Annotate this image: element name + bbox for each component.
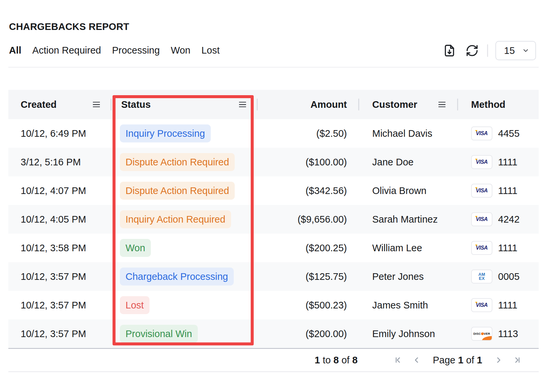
customer-cell: Olivia Brown	[359, 176, 457, 205]
table-body: 10/12, 6:49 PM Inquiry Processing ($2.50…	[8, 119, 539, 348]
customer-cell: Jane Doe	[359, 148, 457, 176]
method-cell: VISA 4242	[457, 205, 539, 234]
results-range: 1 to 8 of 8	[315, 355, 358, 366]
column-menu-icon[interactable]	[93, 102, 100, 107]
created-cell: 10/12, 3:57 PM	[8, 319, 111, 348]
table-row[interactable]: 10/12, 3:57 PM Lost ($500.23) James Smit…	[8, 291, 539, 319]
chargebacks-table: Created Status Amount Customer Method 10…	[8, 90, 539, 348]
chevron-right-icon	[494, 356, 503, 365]
column-menu-icon[interactable]	[239, 102, 246, 107]
status-badge: Lost	[120, 296, 149, 314]
status-badge: Provisional Win	[120, 325, 198, 343]
filter-tab[interactable]: Won	[171, 45, 190, 56]
range-from: 1	[315, 355, 320, 365]
toolbar-divider	[487, 44, 488, 57]
total-pages: 1	[477, 355, 482, 365]
status-cell: Inquiry Processing	[111, 119, 257, 148]
card-brand-logo: VISA	[471, 184, 492, 198]
method-cell: VISA 1111	[457, 234, 539, 262]
customer-cell: Emily Johnson	[359, 319, 457, 348]
next-page-button[interactable]	[493, 355, 503, 365]
amount-cell: ($342.56)	[257, 176, 359, 205]
status-cell: Chargeback Processing	[111, 262, 257, 291]
status-badge: Dispute Action Required	[120, 153, 235, 171]
method-cell: VISA 1111	[457, 148, 539, 176]
card-last4: 1111	[498, 157, 517, 168]
column-label: Amount	[310, 99, 347, 110]
created-cell: 10/12, 4:07 PM	[8, 176, 111, 205]
file-download-icon	[442, 44, 456, 58]
first-page-button[interactable]	[393, 355, 403, 365]
amount-cell: ($9,656.00)	[257, 205, 359, 234]
column-header-customer: Customer	[359, 90, 457, 119]
amount-cell: ($200.00)	[257, 319, 359, 348]
range-total: 8	[352, 355, 358, 365]
status-cell: Dispute Action Required	[111, 148, 257, 176]
created-cell: 10/12, 3:57 PM	[8, 262, 111, 291]
table-row[interactable]: 3/12, 5:16 PM Dispute Action Required ($…	[8, 148, 539, 176]
toolbar: 15	[442, 41, 536, 61]
card-last4: 4455	[498, 128, 520, 139]
table-row[interactable]: 10/12, 3:58 PM Won ($200.25) William Lee…	[8, 234, 539, 262]
card-brand-logo: AMEX	[471, 270, 492, 284]
method-cell: AMEX 0005	[457, 262, 539, 291]
table-header-row: Created Status Amount Customer Method	[8, 90, 539, 119]
download-report-button[interactable]	[442, 43, 457, 58]
status-badge: Chargeback Processing	[120, 268, 234, 286]
chevron-left-icon	[412, 356, 421, 365]
filter-tab[interactable]: Processing	[112, 45, 159, 56]
status-cell: Won	[111, 234, 257, 262]
amount-cell: ($100.00)	[257, 148, 359, 176]
table-row[interactable]: 10/12, 4:05 PM Inquiry Action Required (…	[8, 205, 539, 234]
column-header-status: Status	[111, 90, 257, 119]
table-row[interactable]: 10/12, 3:57 PM Provisional Win ($200.00)…	[8, 319, 539, 348]
column-menu-icon[interactable]	[438, 102, 445, 107]
table-row[interactable]: 10/12, 4:07 PM Dispute Action Required (…	[8, 176, 539, 205]
status-badge: Inquiry Action Required	[120, 210, 231, 228]
amount-cell: ($200.25)	[257, 234, 359, 262]
customer-cell: Sarah Martinez	[359, 205, 457, 234]
card-brand-logo: DISCVER	[471, 327, 492, 341]
amount-cell: ($500.23)	[257, 291, 359, 319]
card-brand-logo: VISA	[471, 298, 492, 312]
status-cell: Provisional Win	[111, 319, 257, 348]
customer-cell: Michael Davis	[359, 119, 457, 148]
status-badge: Dispute Action Required	[120, 182, 235, 200]
prev-page-button[interactable]	[412, 355, 421, 365]
pagination-controls: Page 1 of 1	[393, 355, 522, 366]
created-cell: 3/12, 5:16 PM	[8, 148, 111, 176]
card-brand-logo: VISA	[471, 241, 492, 255]
filter-tab[interactable]: Action Required	[32, 45, 101, 56]
filter-tab[interactable]: Lost	[201, 45, 220, 56]
created-cell: 10/12, 6:49 PM	[8, 119, 111, 148]
pagination-bar: 1 to 8 of 8 Page 1 of 1	[8, 348, 539, 372]
last-page-button[interactable]	[512, 355, 522, 365]
column-header-amount: Amount	[257, 90, 359, 119]
method-cell: VISA 1111	[457, 291, 539, 319]
range-to: 8	[333, 355, 339, 365]
card-last4: 1113	[498, 328, 518, 339]
column-label: Created	[21, 99, 57, 110]
column-label: Method	[471, 99, 505, 110]
refresh-icon	[465, 44, 479, 58]
card-brand-logo: VISA	[471, 212, 492, 226]
card-last4: 1111	[498, 185, 517, 196]
card-last4: 1111	[498, 300, 517, 311]
page-title: CHARGEBACKS REPORT	[9, 21, 129, 32]
column-header-created: Created	[8, 90, 111, 119]
table-row[interactable]: 10/12, 3:57 PM Chargeback Processing ($1…	[8, 262, 539, 291]
refresh-button[interactable]	[464, 43, 480, 58]
page-size-value: 15	[504, 45, 515, 56]
customer-cell: James Smith	[359, 291, 457, 319]
filter-tab[interactable]: All	[9, 45, 21, 56]
status-cell: Dispute Action Required	[111, 176, 257, 205]
page-indicator: Page 1 of 1	[433, 355, 482, 366]
table-row[interactable]: 10/12, 6:49 PM Inquiry Processing ($2.50…	[8, 119, 539, 148]
current-page: 1	[458, 355, 463, 365]
column-label: Customer	[372, 99, 417, 110]
card-last4: 1111	[498, 243, 517, 254]
method-cell: VISA 4455	[457, 119, 539, 148]
page-size-select[interactable]: 15	[495, 41, 536, 60]
customer-cell: Peter Jones	[359, 262, 457, 291]
amount-cell: ($2.50)	[257, 119, 359, 148]
